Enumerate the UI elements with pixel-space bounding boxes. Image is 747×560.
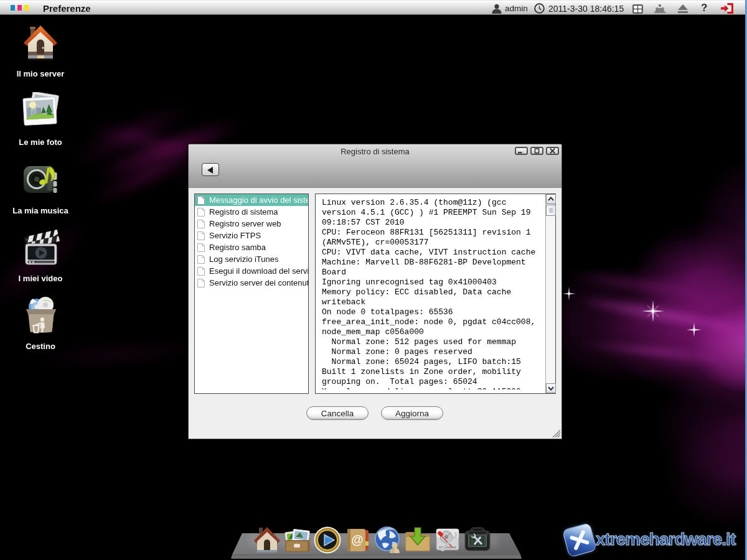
svg-text:@: @	[351, 533, 364, 546]
